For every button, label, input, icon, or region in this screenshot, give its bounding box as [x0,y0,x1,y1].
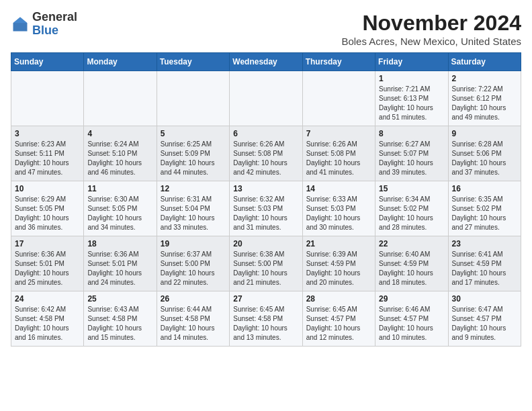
calendar-cell: 30Sunrise: 6:47 AM Sunset: 4:57 PM Dayli… [448,291,521,347]
day-number: 22 [379,239,444,248]
logo-general: General [32,11,77,24]
calendar-cell [11,71,84,126]
calendar-table: SundayMondayTuesdayWednesdayThursdayFrid… [11,52,521,347]
calendar-cell: 4Sunrise: 6:24 AM Sunset: 5:10 PM Daylig… [84,126,157,181]
cell-info: Sunrise: 6:44 AM Sunset: 4:58 PM Dayligh… [161,305,226,342]
calendar-cell: 28Sunrise: 6:45 AM Sunset: 4:57 PM Dayli… [302,291,375,347]
cell-info: Sunrise: 6:45 AM Sunset: 4:57 PM Dayligh… [306,305,371,342]
cell-info: Sunrise: 6:41 AM Sunset: 4:59 PM Dayligh… [452,250,517,287]
calendar-cell: 24Sunrise: 6:42 AM Sunset: 4:58 PM Dayli… [11,291,84,347]
day-number: 7 [306,129,371,138]
calendar-cell [230,71,302,126]
day-number: 11 [87,184,152,193]
cell-info: Sunrise: 6:30 AM Sunset: 5:05 PM Dayligh… [87,195,152,232]
day-number: 17 [15,239,80,248]
calendar-cell: 23Sunrise: 6:41 AM Sunset: 4:59 PM Dayli… [448,236,521,291]
day-number: 16 [452,184,517,193]
calendar-cell: 2Sunrise: 7:22 AM Sunset: 6:12 PM Daylig… [448,71,521,126]
day-number: 9 [452,129,517,138]
weekday-header-friday: Friday [375,53,448,71]
calendar-cell: 15Sunrise: 6:34 AM Sunset: 5:02 PM Dayli… [375,181,448,236]
calendar-cell: 18Sunrise: 6:36 AM Sunset: 5:01 PM Dayli… [84,236,157,291]
day-number: 26 [161,294,226,304]
calendar-cell: 11Sunrise: 6:30 AM Sunset: 5:05 PM Dayli… [84,181,157,236]
day-number: 10 [15,184,80,193]
calendar-cell: 25Sunrise: 6:43 AM Sunset: 4:58 PM Dayli… [84,291,157,347]
calendar-cell: 6Sunrise: 6:26 AM Sunset: 5:08 PM Daylig… [230,126,302,181]
calendar-cell [84,71,157,126]
cell-info: Sunrise: 6:37 AM Sunset: 5:00 PM Dayligh… [161,250,226,287]
svg-marker-1 [13,17,28,23]
weekday-header-sunday: Sunday [11,53,84,71]
weekday-header-thursday: Thursday [302,53,375,71]
cell-info: Sunrise: 6:26 AM Sunset: 5:08 PM Dayligh… [233,140,298,177]
day-number: 4 [87,129,152,138]
cell-info: Sunrise: 6:38 AM Sunset: 5:00 PM Dayligh… [233,250,298,287]
calendar-cell: 29Sunrise: 6:46 AM Sunset: 4:57 PM Dayli… [375,291,448,347]
cell-info: Sunrise: 6:29 AM Sunset: 5:05 PM Dayligh… [15,195,80,232]
calendar-cell: 13Sunrise: 6:32 AM Sunset: 5:03 PM Dayli… [230,181,302,236]
cell-info: Sunrise: 6:46 AM Sunset: 4:57 PM Dayligh… [379,305,444,342]
cell-info: Sunrise: 6:28 AM Sunset: 5:06 PM Dayligh… [452,140,517,177]
day-number: 20 [233,239,298,248]
calendar-cell: 7Sunrise: 6:26 AM Sunset: 5:08 PM Daylig… [302,126,375,181]
calendar-cell: 1Sunrise: 7:21 AM Sunset: 6:13 PM Daylig… [375,71,448,126]
calendar-cell [157,71,229,126]
cell-info: Sunrise: 6:34 AM Sunset: 5:02 PM Dayligh… [379,195,444,232]
cell-info: Sunrise: 6:27 AM Sunset: 5:07 PM Dayligh… [379,140,444,177]
calendar-cell: 10Sunrise: 6:29 AM Sunset: 5:05 PM Dayli… [11,181,84,236]
day-number: 2 [452,74,517,83]
calendar-cell: 8Sunrise: 6:27 AM Sunset: 5:07 PM Daylig… [375,126,448,181]
cell-info: Sunrise: 6:26 AM Sunset: 5:08 PM Dayligh… [306,140,371,177]
day-number: 5 [161,129,226,138]
logo-text: General Blue [32,11,77,38]
cell-info: Sunrise: 6:42 AM Sunset: 4:58 PM Dayligh… [15,305,80,342]
day-number: 6 [233,129,298,138]
calendar-cell: 19Sunrise: 6:37 AM Sunset: 5:00 PM Dayli… [157,236,229,291]
logo-icon [11,15,30,34]
day-number: 23 [452,239,517,248]
cell-info: Sunrise: 6:39 AM Sunset: 4:59 PM Dayligh… [306,250,371,287]
calendar-cell: 20Sunrise: 6:38 AM Sunset: 5:00 PM Dayli… [230,236,302,291]
cell-info: Sunrise: 6:36 AM Sunset: 5:01 PM Dayligh… [87,250,152,287]
calendar-cell: 16Sunrise: 6:35 AM Sunset: 5:02 PM Dayli… [448,181,521,236]
day-number: 18 [87,239,152,248]
cell-info: Sunrise: 7:21 AM Sunset: 6:13 PM Dayligh… [379,85,444,122]
cell-info: Sunrise: 6:36 AM Sunset: 5:01 PM Dayligh… [15,250,80,287]
calendar-cell: 3Sunrise: 6:23 AM Sunset: 5:11 PM Daylig… [11,126,84,181]
weekday-header-row: SundayMondayTuesdayWednesdayThursdayFrid… [11,53,521,71]
day-number: 19 [161,239,226,248]
week-row-3: 10Sunrise: 6:29 AM Sunset: 5:05 PM Dayli… [11,181,521,236]
weekday-header-wednesday: Wednesday [230,53,302,71]
weekday-header-saturday: Saturday [448,53,521,71]
weekday-header-monday: Monday [84,53,157,71]
week-row-4: 17Sunrise: 6:36 AM Sunset: 5:01 PM Dayli… [11,236,521,291]
month-title: November 2024 [341,11,521,36]
logo: General Blue [11,11,77,38]
day-number: 24 [15,294,80,304]
week-row-1: 1Sunrise: 7:21 AM Sunset: 6:13 PM Daylig… [11,71,521,126]
calendar-cell: 9Sunrise: 6:28 AM Sunset: 5:06 PM Daylig… [448,126,521,181]
cell-info: Sunrise: 6:47 AM Sunset: 4:57 PM Dayligh… [452,305,517,342]
day-number: 15 [379,184,444,193]
calendar-cell: 27Sunrise: 6:45 AM Sunset: 4:58 PM Dayli… [230,291,302,347]
day-number: 3 [15,129,80,138]
day-number: 29 [379,294,444,304]
day-number: 25 [87,294,152,304]
page-header: General Blue November 2024 Boles Acres, … [11,11,521,47]
day-number: 27 [233,294,298,304]
day-number: 14 [306,184,371,193]
cell-info: Sunrise: 6:32 AM Sunset: 5:03 PM Dayligh… [233,195,298,232]
day-number: 12 [161,184,226,193]
cell-info: Sunrise: 6:24 AM Sunset: 5:10 PM Dayligh… [87,140,152,177]
calendar-cell: 22Sunrise: 6:40 AM Sunset: 4:59 PM Dayli… [375,236,448,291]
cell-info: Sunrise: 6:23 AM Sunset: 5:11 PM Dayligh… [15,140,80,177]
cell-info: Sunrise: 6:33 AM Sunset: 5:03 PM Dayligh… [306,195,371,232]
calendar-cell: 12Sunrise: 6:31 AM Sunset: 5:04 PM Dayli… [157,181,229,236]
day-number: 13 [233,184,298,193]
calendar-cell [302,71,375,126]
cell-info: Sunrise: 6:35 AM Sunset: 5:02 PM Dayligh… [452,195,517,232]
day-number: 1 [379,74,444,83]
day-number: 28 [306,294,371,304]
day-number: 21 [306,239,371,248]
